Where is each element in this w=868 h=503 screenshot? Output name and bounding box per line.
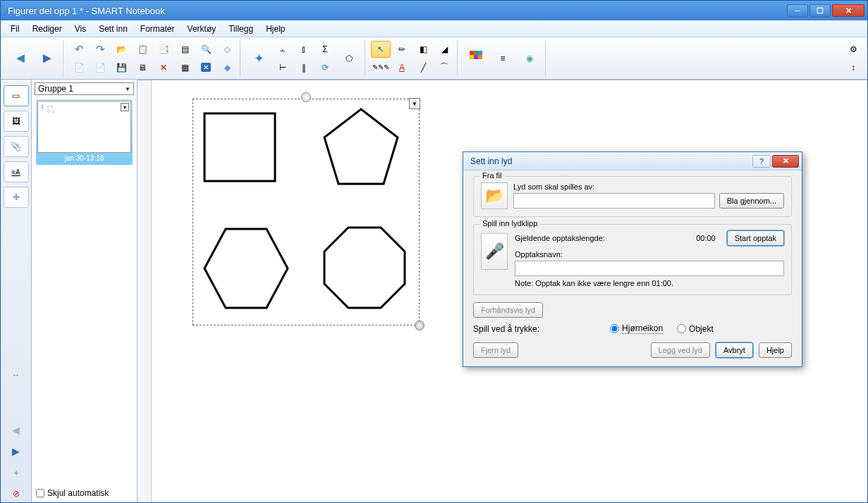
screenshade-button[interactable]: ▤ xyxy=(175,41,195,58)
transparency-icon: ◉ xyxy=(526,54,533,63)
transparency-button[interactable]: ◉ xyxy=(517,46,542,71)
selection-box[interactable]: ▼ xyxy=(192,99,420,325)
dialog-help-button[interactable]: ? xyxy=(752,155,771,168)
del-page-nav[interactable]: ⊘ xyxy=(6,485,26,502)
menu-hjelp[interactable]: Hjelp xyxy=(260,23,291,35)
object-radio[interactable]: Objekt xyxy=(677,324,714,334)
dialog-close-button[interactable]: ✕ xyxy=(772,155,799,168)
move-toolbar-button[interactable]: ↕ xyxy=(843,59,863,76)
menu-formater[interactable]: Formater xyxy=(135,23,181,35)
textA-button[interactable]: A xyxy=(392,59,412,76)
attach-sound-button[interactable]: Legg ved lyd xyxy=(651,342,710,358)
line-button[interactable]: ╱ xyxy=(413,59,433,76)
color-icon xyxy=(470,51,482,66)
magnify-icon: 🔍 xyxy=(201,44,212,54)
select-button[interactable]: ↖ xyxy=(371,41,391,58)
delete-button[interactable]: ✕ xyxy=(154,59,173,76)
redo-button[interactable]: ↷ xyxy=(90,41,110,58)
pens-button[interactable]: ✎✎✎ xyxy=(371,59,391,76)
resize-handle[interactable] xyxy=(415,321,424,330)
prev-page-nav[interactable]: ◄ xyxy=(6,422,26,439)
picture-icon: 🖼 xyxy=(12,116,20,126)
record-button[interactable]: ✦ xyxy=(246,46,271,71)
tab-pages[interactable]: ▭ xyxy=(4,85,29,106)
hide-auto-checkbox[interactable] xyxy=(36,489,44,497)
menu-vis[interactable]: Vis xyxy=(69,23,92,35)
open-button[interactable]: 📂 xyxy=(111,41,131,58)
pentagon-shape[interactable] xyxy=(320,106,405,191)
hexagon-shape[interactable] xyxy=(200,223,292,315)
align-left-button[interactable]: ⊢ xyxy=(273,59,293,76)
svg-rect-1 xyxy=(474,51,478,55)
copy-button[interactable]: 📑 xyxy=(154,41,173,58)
cancel-button[interactable]: Avbryt xyxy=(716,342,753,358)
x2-button[interactable]: ✕ xyxy=(196,59,216,76)
properties-button[interactable]: ≡ xyxy=(490,46,515,71)
help-button[interactable]: Hjelp xyxy=(759,342,792,358)
page-thumbnail[interactable]: 1 ▫ ○○ ○ ▼ jan 30-13:16 xyxy=(36,99,133,165)
corner-radio-input[interactable] xyxy=(610,324,619,333)
table-icon: ▦ xyxy=(181,63,189,73)
object-radio-input[interactable] xyxy=(677,324,686,333)
color-button[interactable] xyxy=(463,46,489,71)
refresh-button[interactable]: ⟳ xyxy=(315,59,335,76)
sigma-button[interactable]: Σ xyxy=(315,41,335,58)
paste-button[interactable]: 📋 xyxy=(133,41,152,58)
eraser-button[interactable]: ◧ xyxy=(413,41,433,58)
selection-menu[interactable]: ▼ xyxy=(409,98,420,109)
tab-attachments[interactable]: 📎 xyxy=(4,136,29,157)
menu-tillegg[interactable]: Tillegg xyxy=(223,23,259,35)
minimize-button[interactable]: ─ xyxy=(787,4,808,17)
add-page-button[interactable]: 📄 xyxy=(69,59,89,76)
undo-button[interactable]: ↶ xyxy=(69,41,89,58)
back-button[interactable]: ◄ xyxy=(8,46,33,71)
tab-text-props[interactable]: ≡A xyxy=(4,161,29,182)
group-select[interactable]: Gruppe 1 ▼ xyxy=(35,82,134,95)
table-button[interactable]: ▦ xyxy=(175,59,195,76)
dialog-titlebar[interactable]: Sett inn lyd ? ✕ xyxy=(463,152,802,170)
corner-icon-radio[interactable]: Hjørneikon xyxy=(610,323,663,334)
align-top-button[interactable]: ⫠ xyxy=(273,41,293,58)
dialog-title: Sett inn lyd xyxy=(470,156,752,166)
align-v-button[interactable]: ⫿ xyxy=(294,41,314,58)
save-button[interactable]: 💾 xyxy=(111,59,131,76)
tab-addons[interactable]: ✛ xyxy=(4,187,29,208)
menu-fil[interactable]: Fil xyxy=(5,23,25,35)
rotate-handle[interactable] xyxy=(301,92,311,102)
menu-rediger[interactable]: Rediger xyxy=(27,23,68,35)
align-h-button[interactable]: ‖ xyxy=(294,59,314,76)
fill-button[interactable]: ◢ xyxy=(434,41,454,58)
x-icon: ✕ xyxy=(160,63,167,73)
add-page-nav[interactable]: ＋ xyxy=(6,464,26,481)
text-button[interactable]: ✏ xyxy=(392,41,412,58)
menu-settinn[interactable]: Sett inn xyxy=(93,23,133,35)
file-path-input[interactable] xyxy=(513,193,715,209)
next-page-nav[interactable]: ► xyxy=(6,443,26,460)
octagon-shape[interactable] xyxy=(319,223,410,315)
settings-button[interactable]: ⚙ xyxy=(843,41,863,58)
shapes1-button[interactable]: ◇ xyxy=(217,41,237,58)
polygon-button[interactable]: ⬠ xyxy=(336,46,362,71)
square-shape[interactable] xyxy=(203,112,281,190)
magnify-button[interactable]: 🔍 xyxy=(196,41,216,58)
properties-icon: ≡ xyxy=(500,54,505,63)
preview-sound-button[interactable]: Forhåndsvis lyd xyxy=(473,302,543,318)
thumb-menu[interactable]: ▼ xyxy=(121,103,129,111)
start-record-button[interactable]: Start opptak xyxy=(727,230,784,246)
recording-name-input[interactable] xyxy=(515,261,784,276)
maximize-button[interactable]: ☐ xyxy=(809,4,831,17)
tab-gallery[interactable]: 🖼 xyxy=(4,111,29,132)
browse-button[interactable]: Bla gjennom... xyxy=(719,193,784,209)
shapes2-button[interactable]: ◆ xyxy=(217,59,237,76)
forward-button[interactable]: ► xyxy=(35,46,60,71)
swap-sides-button[interactable]: ↔ xyxy=(4,364,29,385)
close-button[interactable]: ✕ xyxy=(832,4,864,17)
delete-page-button[interactable]: 📄 xyxy=(90,59,110,76)
menu-verktoy[interactable]: Verktøy xyxy=(182,23,222,35)
remove-sound-button[interactable]: Fjern lyd xyxy=(473,342,518,358)
eraser2-button[interactable]: ⌒ xyxy=(434,59,454,76)
from-file-group: Fra fil 📂 Lyd som skal spilles av: Bla g… xyxy=(473,176,792,217)
arrow-left2-icon: ◄ xyxy=(10,423,23,438)
folder-open-icon: 📂 xyxy=(481,182,508,209)
screen-button[interactable]: 🖥 xyxy=(133,59,152,76)
